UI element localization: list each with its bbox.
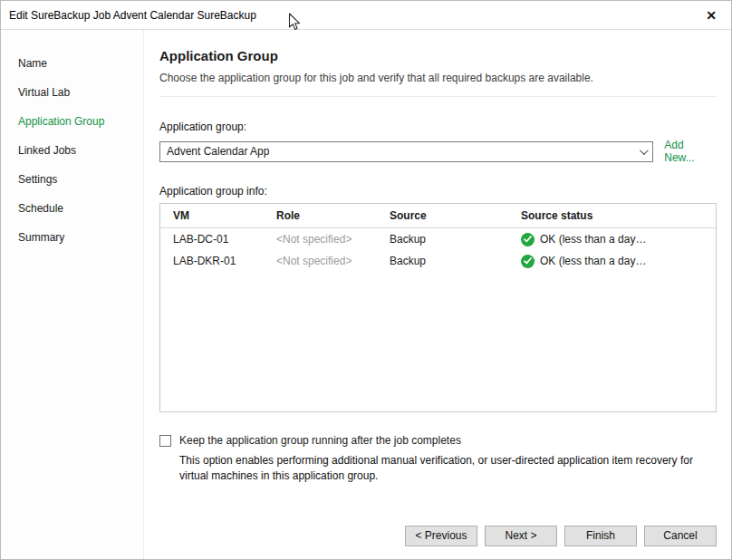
column-header-role: Role	[264, 209, 377, 222]
vm-role: <Not specified>	[264, 255, 377, 267]
column-header-vm: VM	[160, 209, 264, 222]
wizard-step-content: Application Group Choose the application…	[144, 30, 732, 560]
application-group-info-label: Application group info:	[159, 185, 717, 198]
sidebar-item-linked-jobs[interactable]: Linked Jobs	[1, 136, 143, 165]
column-header-source-status: Source status	[508, 209, 716, 222]
vm-source: Backup	[377, 255, 508, 267]
table-row[interactable]: LAB-DKR-01 <Not specified> Backup OK (le…	[160, 250, 716, 272]
vm-name: LAB-DKR-01	[160, 255, 264, 267]
keep-running-checkbox-label[interactable]: Keep the application group running after…	[179, 434, 461, 447]
titlebar: Edit SureBackup Job Advent Calendar Sure…	[1, 1, 731, 30]
sidebar-item-name[interactable]: Name	[1, 49, 143, 78]
status-text: OK (less than a day…	[540, 233, 646, 246]
keep-running-checkbox[interactable]	[159, 435, 171, 447]
next-button[interactable]: Next >	[485, 526, 557, 546]
cancel-button[interactable]: Cancel	[644, 526, 717, 546]
vm-role: <Not specified>	[264, 233, 377, 246]
page-title: Application Group	[159, 48, 717, 63]
page-subtitle: Choose the application group for this jo…	[159, 72, 717, 84]
application-group-label: Application group:	[159, 121, 717, 133]
vm-source-status: OK (less than a day…	[508, 233, 716, 246]
surebackup-wizard-dialog: Edit SureBackup Job Advent Calendar Sure…	[0, 0, 732, 560]
header-divider	[159, 96, 717, 97]
chevron-down-icon	[632, 142, 652, 161]
close-icon[interactable]: ✕	[702, 7, 720, 24]
wizard-footer: < Previous Next > Finish Cancel	[405, 526, 717, 546]
sidebar-item-application-group[interactable]: Application Group	[1, 107, 143, 136]
sidebar-item-settings[interactable]: Settings	[1, 165, 143, 194]
finish-button[interactable]: Finish	[564, 526, 637, 546]
add-new-link[interactable]: Add New...	[664, 139, 717, 164]
status-ok-icon	[521, 255, 535, 268]
vm-name: LAB-DC-01	[160, 233, 264, 246]
application-group-selected-value: Advent Calendar App	[167, 145, 632, 158]
status-ok-icon	[521, 233, 535, 246]
sidebar-item-schedule[interactable]: Schedule	[1, 194, 143, 223]
keep-running-description: This option enables performing additiona…	[179, 453, 716, 484]
previous-button[interactable]: < Previous	[405, 526, 477, 546]
column-header-source: Source	[377, 209, 508, 222]
application-group-select[interactable]: Advent Calendar App	[159, 141, 653, 162]
wizard-steps-sidebar: Name Virtual Lab Application Group Linke…	[1, 30, 144, 560]
sidebar-item-summary[interactable]: Summary	[1, 223, 143, 252]
table-row[interactable]: LAB-DC-01 <Not specified> Backup OK (les…	[160, 228, 716, 250]
vm-source: Backup	[377, 233, 508, 246]
sidebar-item-virtual-lab[interactable]: Virtual Lab	[1, 78, 143, 107]
vm-source-status: OK (less than a day…	[508, 255, 716, 268]
status-text: OK (less than a day…	[540, 255, 646, 267]
window-title: Edit SureBackup Job Advent Calendar Sure…	[9, 9, 702, 22]
table-header-row: VM Role Source Source status	[160, 204, 716, 228]
application-group-info-table: VM Role Source Source status LAB-DC-01 <…	[159, 203, 717, 412]
